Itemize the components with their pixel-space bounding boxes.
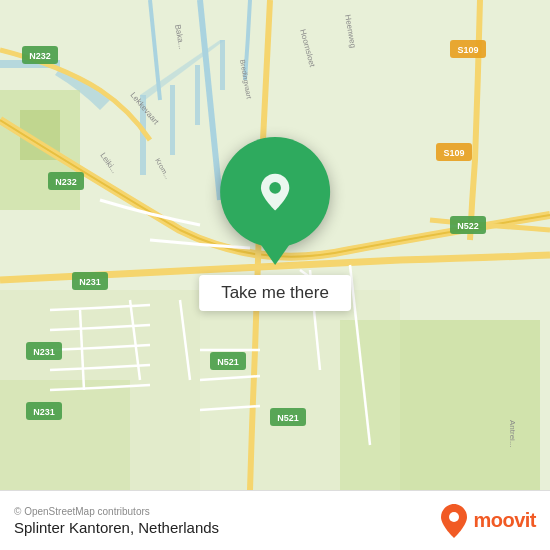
svg-text:N232: N232 bbox=[29, 51, 51, 61]
copyright-text: © OpenStreetMap contributors bbox=[14, 506, 219, 517]
moovit-pin-icon bbox=[440, 503, 468, 539]
location-name: Splinter Kantoren, Netherlands bbox=[14, 519, 219, 536]
map-popup[interactable]: Take me there bbox=[199, 137, 351, 311]
svg-rect-5 bbox=[220, 40, 225, 90]
moovit-text: moovit bbox=[473, 509, 536, 532]
svg-text:N521: N521 bbox=[217, 357, 239, 367]
svg-text:N232: N232 bbox=[55, 177, 77, 187]
svg-rect-3 bbox=[170, 85, 175, 155]
footer-left: © OpenStreetMap contributors Splinter Ka… bbox=[14, 506, 219, 536]
svg-text:S109: S109 bbox=[457, 45, 478, 55]
svg-rect-10 bbox=[0, 290, 200, 490]
svg-text:N231: N231 bbox=[79, 277, 101, 287]
popup-bubble[interactable] bbox=[220, 137, 330, 247]
svg-text:S109: S109 bbox=[443, 148, 464, 158]
map-container: N232 N232 N231 N231 N231 N521 N521 S109 … bbox=[0, 0, 550, 490]
svg-text:N521: N521 bbox=[277, 413, 299, 423]
footer: © OpenStreetMap contributors Splinter Ka… bbox=[0, 490, 550, 550]
svg-text:N522: N522 bbox=[457, 221, 479, 231]
svg-point-40 bbox=[269, 182, 281, 194]
svg-text:Antrei...: Antrei... bbox=[508, 420, 517, 448]
svg-text:N231: N231 bbox=[33, 407, 55, 417]
moovit-logo: moovit bbox=[440, 503, 536, 539]
take-me-there-button[interactable]: Take me there bbox=[199, 275, 351, 311]
svg-text:N231: N231 bbox=[33, 347, 55, 357]
svg-rect-11 bbox=[200, 290, 400, 490]
location-pin-icon bbox=[255, 172, 295, 212]
svg-point-41 bbox=[449, 512, 459, 522]
svg-rect-4 bbox=[195, 65, 200, 125]
